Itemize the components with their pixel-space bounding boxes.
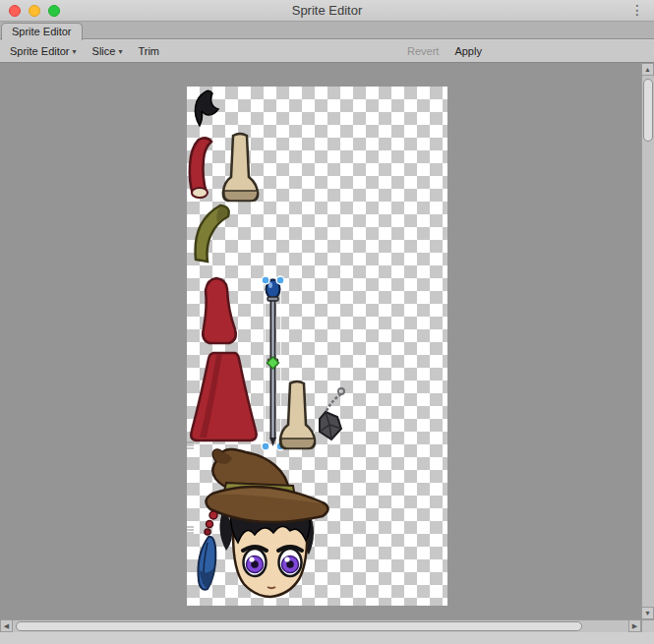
scrollbar-corner [641, 619, 654, 632]
slice-label: Slice [92, 45, 116, 57]
slice-dropdown[interactable]: Slice▾ [85, 40, 131, 62]
scroll-right-arrow[interactable]: ▶ [628, 619, 641, 632]
toolbar-actions: Revert Apply [399, 40, 490, 62]
scroll-left-arrow[interactable]: ◀ [0, 619, 13, 632]
scroll-down-arrow[interactable]: ▼ [641, 607, 654, 619]
toolbar-left-group: Sprite Editor▾ Slice▾ Trim [2, 40, 167, 62]
sprite-editor-mode-label: Sprite Editor [10, 45, 70, 57]
revert-button[interactable]: Revert [399, 40, 446, 62]
zoom-button[interactable] [48, 5, 60, 17]
sprite-canvas[interactable] [0, 63, 641, 619]
window-title: Sprite Editor [0, 3, 654, 18]
bead [205, 529, 210, 535]
head-sprite[interactable] [198, 449, 327, 597]
close-button[interactable] [9, 5, 21, 17]
bead [209, 511, 217, 519]
sprite-edge-marks [187, 442, 194, 533]
window-bottom-edge [0, 632, 654, 644]
bead [207, 521, 213, 528]
skirt-sprite[interactable] [191, 353, 256, 440]
toolbar: Sprite Editor▾ Slice▾ Trim Revert Apply [0, 40, 654, 63]
scroll-up-arrow[interactable]: ▲ [641, 63, 654, 76]
vertical-scrollbar-thumb[interactable] [643, 79, 653, 142]
boot-sprite[interactable] [223, 134, 258, 201]
tab-row: Sprite Editor [0, 22, 654, 39]
arm-sprite[interactable] [190, 138, 211, 198]
horizontal-scrollbar[interactable]: ◀ ▶ [0, 619, 641, 632]
selection-handle[interactable] [276, 276, 284, 284]
selection-handle[interactable] [262, 442, 269, 450]
horizontal-scrollbar-thumb[interactable] [16, 621, 582, 631]
chevron-down-icon: ▾ [73, 47, 77, 56]
hair-tuft-sprite[interactable] [195, 90, 218, 126]
boot-2-sprite[interactable] [280, 381, 315, 448]
minimize-button[interactable] [29, 5, 40, 17]
amulet-sprite[interactable] [320, 388, 344, 439]
kebab-menu-icon[interactable]: ⋮ [630, 2, 644, 18]
trim-button[interactable]: Trim [130, 40, 167, 62]
sprite-editor-mode-dropdown[interactable]: Sprite Editor▾ [2, 40, 85, 62]
traffic-lights [9, 5, 60, 17]
titlebar: Sprite Editor ⋮ [0, 0, 654, 22]
tab-sprite-editor[interactable]: Sprite Editor [1, 23, 83, 40]
apply-button[interactable]: Apply [446, 40, 490, 62]
chevron-down-icon: ▾ [118, 47, 122, 56]
feather [198, 537, 215, 590]
selection-handle[interactable] [262, 276, 269, 284]
vertical-scrollbar[interactable]: ▲ ▼ [641, 63, 654, 619]
sleeve-sprite[interactable] [203, 278, 236, 343]
texture-checkerboard[interactable] [187, 87, 447, 606]
sprite-sheet [187, 87, 447, 606]
scarf-sprite[interactable] [196, 205, 229, 262]
